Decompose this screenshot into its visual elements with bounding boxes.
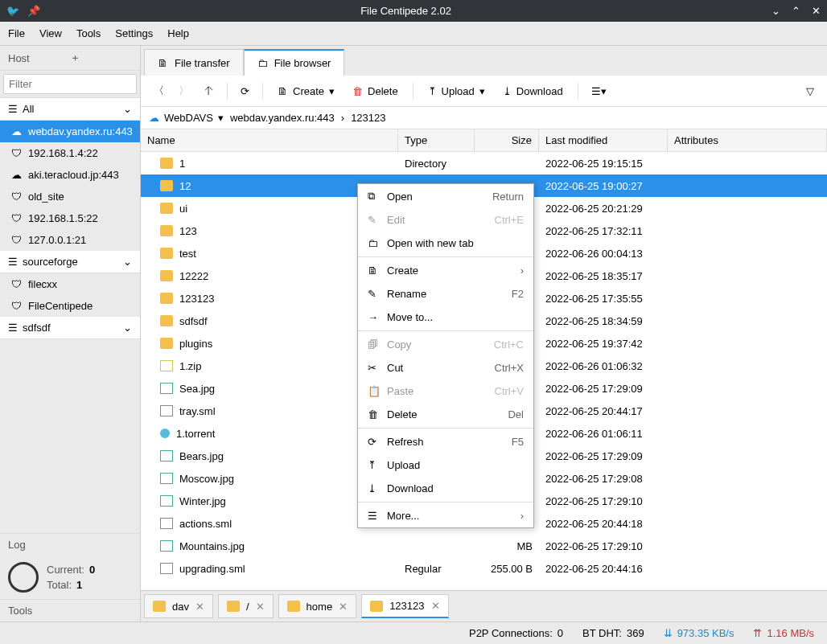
tools-section[interactable]: Tools — [0, 599, 140, 621]
view-options-button[interactable]: ☰▾ — [586, 82, 611, 100]
menu-help[interactable]: Help — [167, 27, 189, 39]
host-item[interactable]: 🛡192.168.1.4:22 — [0, 142, 140, 164]
window-title: File Centipede 2.02 — [40, 5, 771, 17]
create-icon: 🗎 — [368, 265, 379, 277]
menu-copy: 🗐CopyCtrl+C — [358, 333, 533, 356]
column-size[interactable]: Size — [475, 129, 539, 151]
close-icon[interactable]: ✕ — [256, 601, 265, 613]
tab-file-browser[interactable]: 🗀 File browser — [244, 49, 345, 76]
down-arrow-icon: ⇊ — [664, 627, 673, 639]
main-tabs: 🗎 File transfer 🗀 File browser — [141, 46, 827, 76]
file-list-header: Name Type Size Last modified Attributes — [141, 129, 827, 152]
host-item[interactable]: 🛡old_site — [0, 186, 140, 207]
menu-file[interactable]: File — [8, 27, 25, 39]
filter-input[interactable] — [3, 74, 137, 94]
menu-upload[interactable]: ⤒Upload — [358, 453, 533, 477]
column-modified[interactable]: Last modified — [539, 129, 668, 151]
host-item[interactable]: 🛡filecxx — [0, 273, 140, 295]
folder-icon — [160, 338, 173, 349]
menu-more-[interactable]: ☰More...› — [358, 504, 533, 527]
path-tab[interactable]: 123123✕ — [361, 594, 448, 618]
host-group[interactable]: ☰sourceforge⌄ — [0, 251, 140, 273]
file-icon — [160, 518, 173, 529]
log-section[interactable]: Log — [0, 533, 140, 556]
menu-delete[interactable]: 🗑DeleteDel — [358, 403, 533, 426]
close-icon[interactable]: ✕ — [431, 600, 440, 612]
file-icon — [160, 563, 173, 574]
img-icon — [160, 540, 173, 552]
upload-button[interactable]: ⤒Upload▾ — [422, 82, 492, 100]
menu-open[interactable]: ⧉OpenReturn — [358, 184, 533, 208]
shield-icon: 🛡 — [11, 300, 22, 312]
menu-download[interactable]: ⤓Download — [358, 477, 533, 500]
delete-button[interactable]: 🗑Delete — [346, 82, 405, 100]
folder-icon: 🗀 — [257, 57, 268, 69]
host-item[interactable]: 🛡FileCentipede — [0, 295, 140, 317]
menu-move-to-[interactable]: →Move to... — [358, 306, 533, 329]
cloud-icon: ☁ — [11, 125, 22, 137]
delete-icon: 🗑 — [368, 408, 379, 420]
breadcrumb-path[interactable]: 123123 — [351, 112, 385, 124]
close-icon[interactable]: ✕ — [339, 601, 348, 613]
move-icon: → — [368, 311, 379, 323]
back-button[interactable]: 〈 — [149, 80, 169, 101]
column-attributes[interactable]: Attributes — [668, 129, 827, 151]
table-row[interactable]: Mountains.jpgMB2022-06-25 17:29:10 — [141, 535, 827, 557]
path-tab[interactable]: /✕ — [218, 594, 274, 618]
folder-icon — [160, 225, 173, 236]
copy-icon: 🗐 — [368, 338, 379, 351]
upload-speed: ⇈1.16 MB/s — [753, 627, 814, 639]
forward-button[interactable]: 〉 — [174, 80, 194, 101]
chevron-right-icon: › — [520, 510, 524, 522]
menu-view[interactable]: View — [39, 27, 62, 39]
menu-rename[interactable]: ✎RenameF2 — [358, 282, 533, 306]
img-icon — [160, 450, 173, 461]
create-button[interactable]: 🗎Create▾ — [271, 82, 341, 100]
up-arrow-icon: ⇈ — [753, 627, 762, 639]
refresh-button[interactable]: ⟳ — [236, 82, 254, 100]
maximize-icon[interactable]: ⌃ — [792, 5, 800, 17]
host-label: Host — [8, 52, 70, 64]
upload-icon: ⤒ — [368, 459, 379, 471]
breadcrumb-protocol[interactable]: ☁WebDAVS▾ — [149, 112, 224, 124]
table-row[interactable]: 1Directory2022-06-25 19:15:15 — [141, 152, 827, 174]
host-item[interactable]: ☁webdav.yandex.ru:443 — [0, 121, 140, 142]
host-item[interactable]: ☁aki.teracloud.jp:443 — [0, 164, 140, 186]
folder-icon — [370, 601, 383, 612]
download-speed: ⇊973.35 KB/s — [664, 627, 734, 639]
shield-icon: 🛡 — [11, 278, 22, 290]
menu-create[interactable]: 🗎Create› — [358, 259, 533, 282]
img-icon — [160, 473, 173, 484]
menu-tools[interactable]: Tools — [76, 27, 101, 39]
tab-file-transfer[interactable]: 🗎 File transfer — [144, 49, 244, 76]
up-button[interactable]: 🡡 — [199, 82, 219, 100]
breadcrumb-host[interactable]: webdav.yandex.ru:443 — [230, 112, 335, 124]
table-row[interactable]: upgrading.smlRegular255.00 B2022-06-25 2… — [141, 557, 827, 580]
menu-icon: ☰ — [8, 256, 18, 268]
cut-icon: ✂ — [368, 362, 379, 374]
add-host-icon[interactable]: ＋ — [70, 51, 132, 65]
close-icon[interactable]: ✕ — [812, 5, 821, 17]
close-icon[interactable]: ✕ — [195, 601, 204, 613]
path-tab[interactable]: home✕ — [278, 594, 357, 618]
cloud-icon: ☁ — [11, 169, 22, 181]
menu-settings[interactable]: Settings — [115, 27, 153, 39]
host-item[interactable]: 🛡192.168.1.5:22 — [0, 207, 140, 229]
menu-refresh[interactable]: ⟳RefreshF5 — [358, 430, 533, 453]
minimize-icon[interactable]: ⌄ — [771, 5, 780, 17]
host-item[interactable]: 🛡127.0.0.1:21 — [0, 229, 140, 251]
folder-icon — [160, 293, 173, 304]
chevron-down-icon: ⌄ — [123, 322, 132, 334]
torrent-icon — [160, 429, 170, 438]
column-type[interactable]: Type — [398, 129, 475, 151]
host-group[interactable]: ☰sdfsdf⌄ — [0, 317, 140, 339]
menu-open-with-new-tab[interactable]: 🗀Open with new tab — [358, 232, 533, 255]
download-button[interactable]: ⤓Download — [496, 82, 570, 100]
menu-cut[interactable]: ✂CutCtrl+X — [358, 356, 533, 379]
host-group[interactable]: ☰All⌄ — [0, 98, 140, 121]
pin-icon[interactable]: 📌 — [27, 5, 40, 17]
column-name[interactable]: Name — [141, 129, 398, 151]
folder-icon — [160, 315, 173, 326]
path-tab[interactable]: dav✕ — [144, 594, 213, 618]
filter-button[interactable]: ▽ — [801, 82, 819, 100]
